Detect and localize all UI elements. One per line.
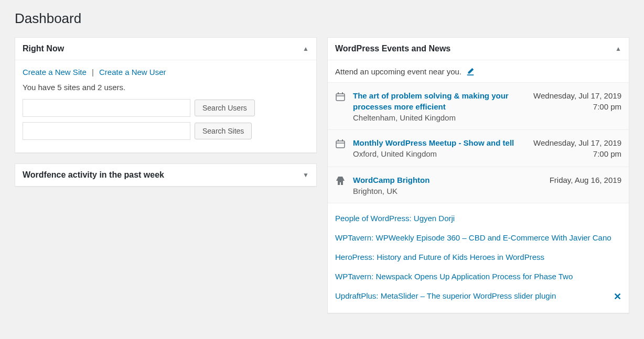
right-now-panel: Right Now ▲ Create a New Site | Create a… bbox=[15, 37, 317, 153]
event-main: Monthly WordPress Meetup - Show and tell… bbox=[353, 137, 526, 158]
svg-rect-1 bbox=[338, 92, 339, 94]
news-link[interactable]: UpdraftPlus: MetaSlider – The superior W… bbox=[335, 286, 621, 305]
events-news-panel: WordPress Events and News ▲ Attend an up… bbox=[327, 37, 629, 313]
event-location: Oxford, United Kingdom bbox=[353, 149, 526, 158]
news-link[interactable]: HeroPress: History and Future of Kids He… bbox=[335, 247, 621, 267]
wordfence-title: Wordfence activity in the past week bbox=[23, 170, 164, 180]
events-news-title: WordPress Events and News bbox=[335, 44, 450, 53]
meetup-icon bbox=[335, 91, 346, 102]
meetup-icon bbox=[335, 138, 346, 149]
search-users-button[interactable]: Search Users bbox=[195, 100, 255, 116]
event-row: Monthly WordPress Meetup - Show and tell… bbox=[328, 129, 629, 167]
event-location: Brighton, UK bbox=[353, 187, 542, 195]
wordfence-panel: Wordfence activity in the past week ▼ bbox=[15, 163, 317, 187]
wordcamp-icon bbox=[335, 176, 346, 186]
event-main: WordCamp BrightonBrighton, UK bbox=[353, 174, 542, 195]
event-location: Cheltenham, United Kingdom bbox=[353, 113, 526, 122]
collapse-up-icon: ▲ bbox=[615, 45, 621, 52]
page-title: Dashboard bbox=[15, 10, 629, 27]
search-sites-input[interactable] bbox=[23, 122, 190, 140]
event-title-link[interactable]: WordCamp Brighton bbox=[353, 174, 542, 185]
news-link[interactable]: People of WordPress: Ugyen Dorji bbox=[335, 209, 621, 228]
event-row: The art of problem solving & making your… bbox=[328, 82, 629, 129]
svg-rect-2 bbox=[342, 92, 343, 94]
event-datetime: Friday, Aug 16, 2019 bbox=[550, 174, 621, 185]
svg-rect-6 bbox=[342, 139, 343, 141]
event-datetime: Wednesday, Jul 17, 20197:00 pm bbox=[533, 90, 621, 112]
collapse-up-icon: ▲ bbox=[303, 45, 309, 52]
expand-down-icon: ▼ bbox=[303, 171, 309, 179]
wordfence-header[interactable]: Wordfence activity in the past week ▼ bbox=[15, 164, 316, 186]
dismiss-icon[interactable]: ✕ bbox=[614, 290, 621, 303]
event-row: WordCamp BrightonBrighton, UKFriday, Aug… bbox=[328, 167, 629, 203]
event-datetime: Wednesday, Jul 17, 20197:00 pm bbox=[533, 137, 621, 159]
events-news-header[interactable]: WordPress Events and News ▲ bbox=[328, 38, 629, 60]
search-users-input[interactable] bbox=[23, 99, 190, 117]
news-link[interactable]: WPTavern: Newspack Opens Up Application … bbox=[335, 267, 621, 286]
event-title-link[interactable]: Monthly WordPress Meetup - Show and tell bbox=[353, 137, 526, 148]
right-now-header[interactable]: Right Now ▲ bbox=[15, 38, 316, 60]
create-site-link[interactable]: Create a New Site bbox=[23, 68, 87, 76]
stats-text: You have 5 sites and 2 users. bbox=[23, 83, 309, 92]
right-now-title: Right Now bbox=[23, 44, 64, 53]
event-main: The art of problem solving & making your… bbox=[353, 90, 526, 122]
create-user-link[interactable]: Create a New User bbox=[99, 68, 166, 76]
svg-rect-4 bbox=[336, 141, 345, 148]
events-intro-text: Attend an upcoming event near you. bbox=[335, 67, 461, 76]
news-link[interactable]: WPTavern: WPWeekly Episode 360 – CBD and… bbox=[335, 228, 621, 247]
edit-location-icon[interactable] bbox=[466, 67, 475, 76]
search-sites-button[interactable]: Search Sites bbox=[195, 123, 252, 139]
event-title-link[interactable]: The art of problem solving & making your… bbox=[353, 90, 526, 112]
link-separator: | bbox=[92, 68, 94, 76]
svg-rect-5 bbox=[338, 139, 339, 141]
svg-rect-0 bbox=[336, 94, 345, 101]
